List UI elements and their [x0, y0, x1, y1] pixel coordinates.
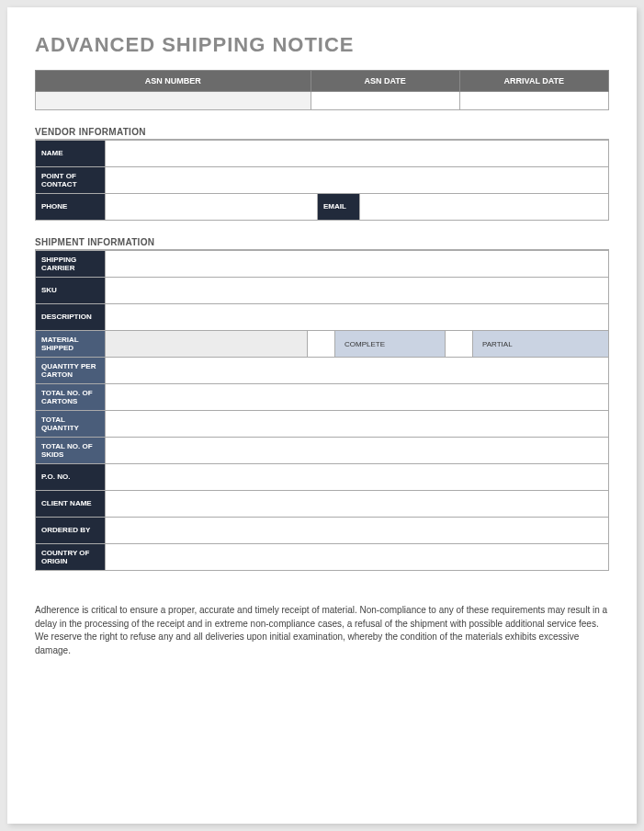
description-label: DESCRIPTION [36, 304, 106, 331]
vendor-email-label: EMAIL [317, 194, 359, 221]
vendor-table: NAME POINT OF CONTACT PHONE EMAIL [35, 140, 609, 221]
material-input[interactable] [106, 331, 308, 358]
complete-checkbox[interactable] [308, 331, 335, 358]
total-cartons-label: TOTAL NO. OF CARTONS [36, 384, 106, 411]
qty-carton-label: QUANTITY PER CARTON [36, 358, 106, 384]
page: ADVANCED SHIPPING NOTICE ASN NUMBER ASN … [7, 7, 637, 824]
country-input[interactable] [106, 544, 609, 571]
partial-checkbox[interactable] [446, 331, 473, 358]
carrier-label: SHIPPING CARRIER [36, 251, 106, 278]
total-qty-label: TOTAL QUANTITY [36, 411, 106, 438]
asn-date-input[interactable] [311, 92, 459, 110]
sku-label: SKU [36, 278, 106, 304]
asn-number-input[interactable] [36, 92, 311, 110]
vendor-phone-input[interactable] [106, 194, 318, 221]
po-label: P.O. NO. [36, 464, 106, 491]
material-label: MATERIAL SHIPPED [36, 331, 106, 358]
total-qty-input[interactable] [106, 411, 609, 438]
vendor-poc-input[interactable] [106, 167, 609, 194]
asn-number-header: ASN NUMBER [36, 71, 311, 92]
total-cartons-input[interactable] [106, 384, 609, 411]
country-label: COUNTRY OF ORIGIN [36, 544, 106, 571]
arrival-date-header: ARRIVAL DATE [459, 71, 608, 92]
vendor-phone-label: PHONE [36, 194, 106, 221]
asn-header-table: ASN NUMBER ASN DATE ARRIVAL DATE [35, 70, 609, 110]
carrier-input[interactable] [106, 251, 609, 278]
vendor-name-label: NAME [36, 141, 106, 167]
complete-label: COMPLETE [335, 331, 446, 358]
vendor-poc-label: POINT OF CONTACT [36, 167, 106, 194]
total-skids-input[interactable] [106, 438, 609, 464]
client-label: CLIENT NAME [36, 491, 106, 518]
sku-input[interactable] [106, 278, 609, 304]
vendor-name-input[interactable] [106, 141, 609, 167]
page-title: ADVANCED SHIPPING NOTICE [35, 33, 609, 57]
vendor-section-header: VENDOR INFORMATION [35, 127, 609, 140]
qty-carton-input[interactable] [106, 358, 609, 384]
arrival-date-input[interactable] [459, 92, 608, 110]
asn-date-header: ASN DATE [311, 71, 459, 92]
partial-label: PARTIAL [473, 331, 609, 358]
total-skids-label: TOTAL NO. OF SKIDS [36, 438, 106, 464]
po-input[interactable] [106, 464, 609, 491]
footer-disclaimer: Adherence is critical to ensure a proper… [35, 604, 609, 657]
client-input[interactable] [106, 491, 609, 518]
ordered-by-label: ORDERED BY [36, 518, 106, 544]
vendor-email-input[interactable] [359, 194, 608, 221]
ordered-by-input[interactable] [106, 518, 609, 544]
shipment-section-header: SHIPMENT INFORMATION [35, 237, 609, 250]
shipment-table: SHIPPING CARRIER SKU DESCRIPTION MATERIA… [35, 250, 609, 571]
description-input[interactable] [106, 304, 609, 331]
